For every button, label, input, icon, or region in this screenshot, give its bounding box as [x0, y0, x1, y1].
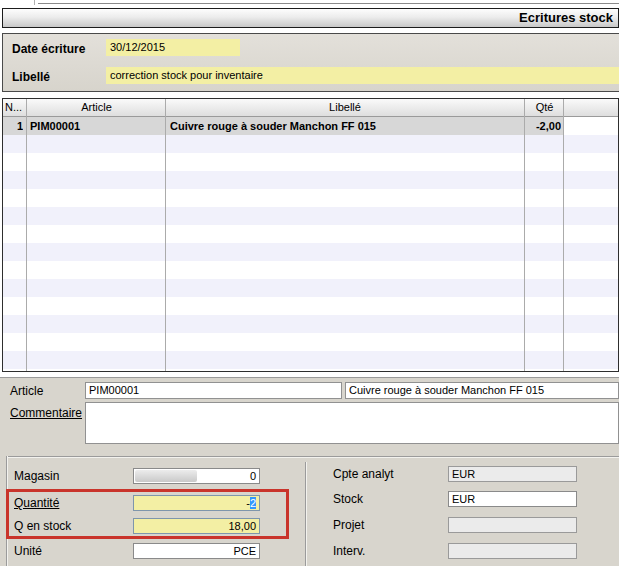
row-num: 1 — [3, 117, 23, 135]
grid-divider-num — [26, 99, 27, 371]
row-libelle: Cuivre rouge à souder Manchon FF 015 — [170, 117, 522, 135]
magasin-label: Magasin — [14, 469, 59, 483]
tab-strip — [0, 0, 619, 7]
active-tab-edge — [34, 0, 35, 5]
cpte-analyt-label: Cpte analyt — [333, 467, 394, 481]
tab-strip-divider — [38, 3, 619, 4]
q-en-stock-input[interactable]: 18,00 — [133, 518, 260, 534]
q-en-stock-label: Q en stock — [14, 519, 71, 533]
column-header-num[interactable]: N... — [5, 99, 26, 116]
magasin-spinner-segment[interactable] — [135, 470, 197, 482]
ecritures-stock-window: { "title_bar": { "title": "Ecritures sto… — [0, 0, 619, 566]
commentaire-field[interactable] — [85, 402, 619, 444]
quantite-label[interactable]: Quantité — [14, 496, 59, 510]
article-name-field[interactable]: Cuivre rouge à souder Manchon FF 015 — [345, 382, 619, 399]
libelle-label: Libellé — [12, 70, 50, 84]
projet-input — [448, 517, 577, 533]
group-left-edge — [6, 456, 7, 566]
projet-label: Projet — [333, 518, 364, 532]
column-header-qte[interactable]: Qté — [525, 99, 564, 116]
unite-input[interactable]: PCE — [133, 543, 260, 559]
stock-label: Stock — [333, 492, 363, 506]
cpte-analyt-input: EUR — [448, 466, 577, 482]
row-article: PIM00001 — [30, 117, 164, 135]
page-title: Ecritures stock — [2, 8, 619, 28]
row-qte: -2,00 — [525, 117, 561, 135]
grid-divider-libelle — [524, 99, 525, 371]
article-label: Article — [10, 384, 43, 398]
interv-input — [448, 543, 577, 559]
grid-empty-rows[interactable] — [3, 135, 618, 371]
interv-label: Interv. — [333, 544, 365, 558]
date-ecriture-label: Date écriture — [12, 42, 85, 56]
article-code-field[interactable]: PIM00001 — [85, 382, 342, 399]
stock-input[interactable]: EUR — [448, 491, 577, 507]
magasin-value: 0 — [250, 470, 256, 482]
header-form: Date écriture 30/12/2015 Libellé correct… — [2, 33, 619, 92]
unite-label: Unité — [14, 544, 42, 558]
grid-divider-article — [165, 99, 166, 371]
column-divider — [305, 462, 306, 566]
quantite-selected-text: 2 — [250, 497, 256, 509]
stock-entries-grid: N... Article Libellé Qté 1 PIM00001 Cuiv… — [2, 98, 619, 372]
date-ecriture-input[interactable]: 30/12/2015 — [106, 39, 240, 56]
table-row[interactable]: 1 PIM00001 Cuivre rouge à souder Manchon… — [3, 117, 564, 135]
commentaire-label[interactable]: Commentaire — [10, 406, 82, 420]
grid-divider-qte — [563, 99, 564, 371]
libelle-input[interactable]: correction stock pour inventaire — [106, 67, 619, 84]
column-header-libelle[interactable]: Libellé — [166, 99, 524, 116]
detail-panel: Article PIM00001 Cuivre rouge à souder M… — [0, 377, 619, 566]
magasin-input[interactable]: 0 — [133, 468, 260, 484]
group-separator — [8, 456, 619, 457]
column-header-article[interactable]: Article — [27, 99, 166, 116]
grid-header: N... Article Libellé Qté — [3, 99, 618, 117]
quantite-input[interactable]: -2 — [133, 495, 260, 511]
